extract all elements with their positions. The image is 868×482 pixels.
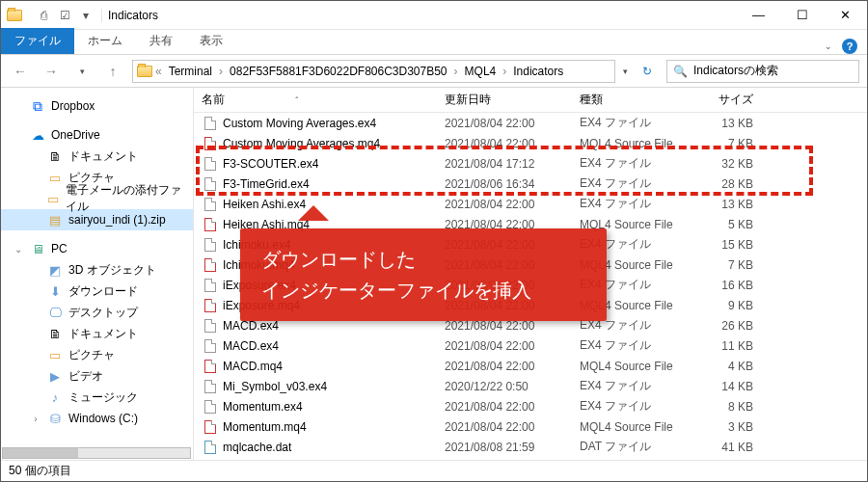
expand-icon[interactable]: ⌄ [13,244,24,254]
address-bar: ← → ▾ ↑ « Terminal › 082F53F5881F3D6022D… [1,55,867,88]
expand-icon[interactable]: › [30,414,41,424]
qa-check-icon[interactable]: ☑ [55,9,74,22]
tree-item[interactable]: ›⛁Windows (C:) [1,408,193,429]
file-row[interactable]: Custom Moving Averages.mq42021/08/04 22:… [194,133,867,153]
file-icon [202,278,219,293]
tree-item-label: ミュージック [68,389,138,406]
col-name[interactable]: 名前 ˆ [202,92,445,108]
breadcrumb-item[interactable]: Indicators [509,65,567,78]
file-icon [202,176,219,192]
tree-item[interactable]: ◩3D オブジェクト [1,259,193,281]
file-icon [202,359,219,374]
search-input[interactable]: 🔍 Indicatorsの検索 [666,60,859,83]
breadcrumb-item[interactable]: Terminal [165,65,216,78]
file-row[interactable]: Mi_Symbol_v03.ex42020/12/22 0:50EX4 ファイル… [194,376,867,396]
tree-item[interactable]: ▶ビデオ [1,365,193,387]
tree-item[interactable]: ⌄🖥PC [1,238,193,259]
nav-up-button[interactable]: ↑ [101,60,124,83]
file-date: 2021/08/06 16:34 [445,177,580,191]
minimize-button[interactable]: — [737,1,780,29]
col-size[interactable]: サイズ [695,92,773,108]
close-button[interactable]: ✕ [824,1,867,29]
explorer-window: ⎙ ☑ ▾ Indicators — ☐ ✕ ファイル ホーム 共有 表示 ⌄ … [0,0,868,482]
address-dropdown-icon[interactable]: ▾ [623,67,628,76]
tree-item[interactable]: ♪ミュージック [1,387,193,408]
chevron-right-icon[interactable]: › [218,65,224,78]
tree-item[interactable]: ▭電子メールの添付ファイル [1,188,193,209]
file-icon [202,440,219,455]
file-row[interactable]: Momentum.mq42021/08/04 22:00MQL4 Source … [194,416,867,437]
tree-item-label: PC [51,242,68,255]
nav-tree[interactable]: ⧉Dropbox☁OneDrive🗎ドキュメント▭ピクチャ▭電子メールの添付ファ… [1,88,194,460]
file-size: 13 KB [695,117,773,130]
window-folder-icon [7,8,22,23]
nav-history-button[interactable]: ▾ [70,60,94,83]
file-type: MQL4 Source File [580,137,695,150]
tree-item-icon: ▭ [47,347,63,362]
file-row[interactable]: Momentum.ex42021/08/04 22:00EX4 ファイル8 KB [194,396,867,416]
breadcrumb-lead-icon[interactable]: « [154,65,163,78]
refresh-button[interactable]: ↻ [636,65,659,78]
tree-item[interactable]: 🗎ドキュメント [1,323,193,344]
file-icon [202,318,219,334]
tab-home[interactable]: ホーム [74,28,136,54]
file-icon [202,399,219,415]
file-size: 13 KB [695,198,773,211]
file-name: Momentum.ex4 [223,400,445,414]
tree-item[interactable]: 🖵デスクトップ [1,302,193,323]
tree-item-label: 3D オブジェクト [68,262,156,279]
file-row[interactable]: F3-SCOUTER.ex42021/08/04 17:12EX4 ファイル32… [194,153,867,174]
tree-item[interactable]: ▭ピクチャ [1,344,193,365]
file-row[interactable]: MACD.mq42021/08/04 22:00MQL4 Source File… [194,356,867,376]
file-icon [202,136,219,151]
column-headers: 名前 ˆ 更新日時 種類 サイズ [194,88,867,113]
file-row[interactable]: Custom Moving Averages.ex42021/08/04 22:… [194,113,867,133]
breadcrumb[interactable]: « Terminal › 082F53F5881F3D6022DF806C3D3… [132,60,615,83]
tree-item[interactable]: 🗎ドキュメント [1,146,193,167]
maximize-button[interactable]: ☐ [780,1,824,29]
breadcrumb-item[interactable]: 082F53F5881F3D6022DF806C3D307B50 [226,65,451,78]
file-row[interactable]: Heiken Ashi.ex42021/08/04 22:00EX4 ファイル1… [194,194,867,214]
nav-back-button[interactable]: ← [9,60,32,83]
file-type: EX4 ファイル [580,155,695,172]
tree-item[interactable]: ☁OneDrive [1,124,193,146]
nav-forward-button[interactable]: → [40,60,63,83]
file-name: Custom Moving Averages.mq4 [223,137,445,150]
tab-view[interactable]: 表示 [186,28,236,54]
qa-dropdown-icon[interactable]: ▾ [76,9,95,22]
help-icon[interactable]: ? [842,39,857,54]
tree-item-icon: ☁ [30,127,45,143]
tree-item-icon: 🗎 [47,148,63,164]
tree-item[interactable]: ⧉Dropbox [1,95,193,117]
col-type[interactable]: 種類 [580,92,695,108]
tab-file[interactable]: ファイル [1,28,74,54]
tree-item-label: ピクチャ [68,347,115,363]
file-date: 2021/08/04 22:00 [445,420,580,434]
tree-item-label: OneDrive [51,128,100,142]
tree-item[interactable]: ▤sairyou_indi (1).zip [1,209,193,230]
qa-properties-icon[interactable]: ⎙ [34,9,53,22]
file-type: EX4 ファイル [580,337,695,354]
file-row[interactable]: F3-TimeGrid.ex42021/08/06 16:34EX4 ファイル2… [194,174,867,194]
chevron-right-icon[interactable]: › [453,65,459,78]
file-type: EX4 ファイル [580,378,695,394]
file-size: 9 KB [695,299,773,312]
tree-item[interactable]: ⬇ダウンロード [1,281,193,302]
callout-line1: ダウンロードした [261,244,585,275]
chevron-right-icon[interactable]: › [502,65,507,78]
file-row[interactable]: mqlcache.dat2021/08/08 21:59DAT ファイル41 K… [194,437,867,457]
tree-item-label: 電子メールの添付ファイル [66,182,189,215]
file-row[interactable]: MACD.ex42021/08/04 22:00EX4 ファイル11 KB [194,335,867,356]
breadcrumb-item[interactable]: MQL4 [461,65,501,78]
file-date: 2021/08/04 22:00 [445,400,580,414]
ribbon-expand-icon[interactable]: ⌄ [825,41,832,51]
file-list: 名前 ˆ 更新日時 種類 サイズ Custom Moving Averages.… [194,88,867,460]
tree-item-icon: ⧉ [30,98,45,114]
tree-item-label: ドキュメント [68,326,138,342]
tree-item-icon: ⛁ [47,411,63,426]
col-date[interactable]: 更新日時 [445,92,580,108]
tree-scrollbar[interactable] [2,447,191,459]
file-size: 7 KB [695,137,773,150]
tab-share[interactable]: 共有 [136,28,186,54]
tree-item-icon: ▭ [46,191,60,206]
